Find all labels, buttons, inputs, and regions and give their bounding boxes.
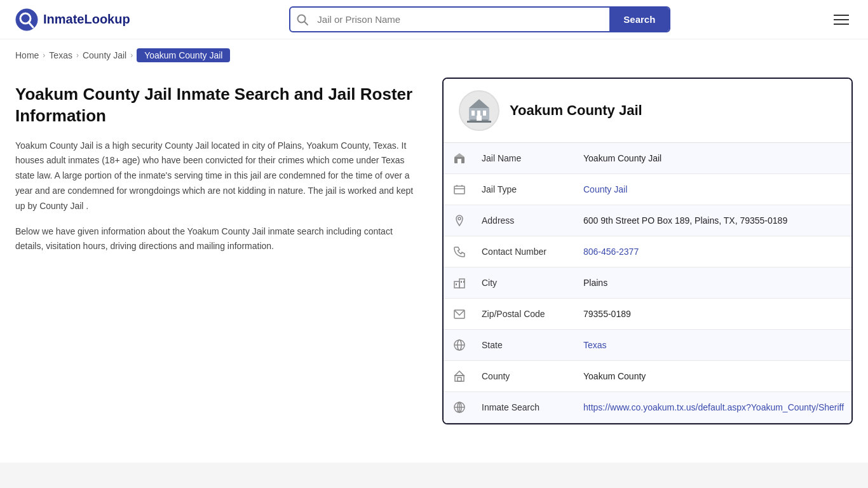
svg-rect-32 <box>458 377 461 381</box>
jail-card: Yoakum County Jail Jail NameYoakum Count… <box>442 78 853 424</box>
globe-icon <box>444 392 475 423</box>
info-label-0: Jail Name <box>475 144 577 172</box>
svg-rect-30 <box>455 376 464 381</box>
info-label-2: Address <box>475 207 577 234</box>
footer <box>0 463 868 488</box>
jail-icon <box>444 143 475 173</box>
info-label-5: Zip/Postal Code <box>475 300 577 328</box>
svg-rect-25 <box>463 281 465 283</box>
svg-rect-12 <box>467 121 491 123</box>
jail-avatar <box>459 90 499 131</box>
search-button[interactable]: Search <box>609 8 669 31</box>
county-icon <box>444 361 475 391</box>
phone-icon <box>444 236 475 267</box>
breadcrumb-sep-1: › <box>43 51 45 60</box>
page-title: Yoakum County Jail Inmate Search and Jai… <box>15 84 422 127</box>
breadcrumb-type[interactable]: County Jail <box>83 50 126 60</box>
breadcrumb-state[interactable]: Texas <box>49 50 72 60</box>
search-input[interactable] <box>315 8 609 31</box>
table-row: Contact Number806-456-2377 <box>444 236 851 268</box>
table-row: Jail TypeCounty Jail <box>444 174 851 205</box>
info-value-5: 79355-0189 <box>577 300 851 328</box>
info-value-4: Plains <box>577 269 851 297</box>
svg-line-4 <box>304 22 308 25</box>
breadcrumb-sep-2: › <box>76 51 79 60</box>
table-row: Inmate Searchhttps://www.co.yoakum.tx.us… <box>444 392 851 423</box>
right-panel: Yoakum County Jail Jail NameYoakum Count… <box>442 71 853 424</box>
table-row: CountyYoakum County <box>444 361 851 392</box>
type-icon <box>444 174 475 205</box>
info-label-1: Jail Type <box>475 175 577 203</box>
svg-marker-31 <box>455 371 464 376</box>
logo-icon <box>15 8 38 31</box>
svg-rect-11 <box>477 116 482 121</box>
info-value-8[interactable]: https://www.co.yoakum.tx.us/default.aspx… <box>577 393 851 421</box>
info-value-6[interactable]: Texas <box>577 331 851 359</box>
table-row: Address600 9th Street PO Box 189, Plains… <box>444 205 851 236</box>
info-label-7: County <box>475 362 577 390</box>
info-label-6: State <box>475 331 577 359</box>
info-value-7: Yoakum County <box>577 362 851 390</box>
zip-icon <box>444 299 475 329</box>
table-row: Jail NameYoakum County Jail <box>444 143 851 174</box>
svg-rect-8 <box>483 111 486 116</box>
info-link-6[interactable]: Texas <box>583 340 607 350</box>
svg-marker-10 <box>469 99 489 108</box>
breadcrumb: Home › Texas › County Jail › Yoakum Coun… <box>0 39 868 71</box>
info-link-3[interactable]: 806-456-2377 <box>583 247 639 257</box>
logo-link[interactable]: InmateLookup <box>15 8 130 31</box>
svg-rect-16 <box>454 186 465 194</box>
page-desc-1: Yoakum County Jail is a high security Co… <box>15 139 422 214</box>
jail-card-header: Yoakum County Jail <box>444 79 851 143</box>
info-label-4: City <box>475 269 577 297</box>
info-rows: Jail NameYoakum County JailJail TypeCoun… <box>444 143 851 423</box>
breadcrumb-sep-3: › <box>130 51 133 60</box>
search-bar: Search <box>289 6 670 32</box>
page-desc-2: Below we have given information about th… <box>15 224 422 255</box>
info-value-1[interactable]: County Jail <box>577 175 851 203</box>
state-icon <box>444 330 475 360</box>
info-label-3: Contact Number <box>475 238 577 266</box>
search-icon <box>290 14 315 25</box>
menu-button[interactable] <box>830 11 853 29</box>
header: InmateLookup Search <box>0 0 868 39</box>
table-row: CityPlains <box>444 268 851 299</box>
info-link-1[interactable]: County Jail <box>583 184 627 194</box>
svg-rect-15 <box>458 159 461 163</box>
info-label-8: Inmate Search <box>475 393 577 421</box>
svg-rect-23 <box>456 283 457 285</box>
info-value-3[interactable]: 806-456-2377 <box>577 238 851 266</box>
address-icon <box>444 205 475 236</box>
svg-point-0 <box>16 9 37 30</box>
logo-text: InmateLookup <box>43 12 130 27</box>
svg-marker-14 <box>454 153 465 157</box>
svg-rect-7 <box>477 111 480 116</box>
main-content: Yoakum County Jail Inmate Search and Jai… <box>0 71 868 450</box>
table-row: Zip/Postal Code79355-0189 <box>444 299 851 330</box>
breadcrumb-current: Yoakum County Jail <box>137 48 230 62</box>
svg-rect-22 <box>459 279 465 288</box>
svg-rect-6 <box>471 111 475 116</box>
left-panel: Yoakum County Jail Inmate Search and Jai… <box>15 71 422 424</box>
svg-point-20 <box>458 217 461 220</box>
info-value-2: 600 9th Street PO Box 189, Plains, TX, 7… <box>577 207 851 234</box>
jail-card-title: Yoakum County Jail <box>510 102 642 119</box>
svg-rect-24 <box>461 281 462 283</box>
table-row: StateTexas <box>444 330 851 361</box>
breadcrumb-home[interactable]: Home <box>15 50 39 60</box>
city-icon <box>444 268 475 298</box>
info-value-0: Yoakum County Jail <box>577 144 851 172</box>
info-link-8[interactable]: https://www.co.yoakum.tx.us/default.aspx… <box>583 402 844 412</box>
